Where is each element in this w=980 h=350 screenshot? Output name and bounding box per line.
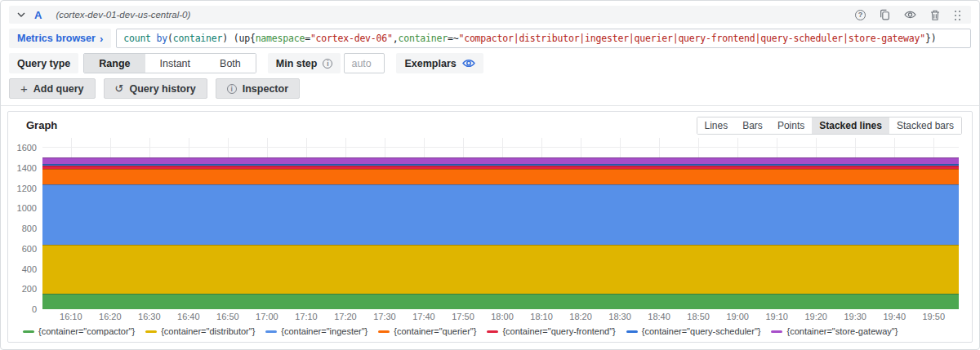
x-tick-label: 16:30: [138, 312, 161, 321]
series-band: [42, 166, 959, 169]
x-tick-label: 17:10: [295, 312, 318, 321]
legend-item[interactable]: {container="querier"}: [378, 326, 476, 336]
legend-label: {container="query-scheduler"}: [642, 326, 761, 336]
chevron-right-icon: ›: [100, 33, 103, 44]
x-tick-label: 19:50: [922, 312, 945, 321]
query-token: ) (: [222, 33, 238, 44]
legend-dash-icon: [626, 330, 638, 333]
legend-item[interactable]: {container="store-gateway"}: [771, 326, 898, 336]
chevron-down-icon[interactable]: [17, 12, 25, 17]
query-actions: ?: [855, 9, 963, 20]
duplicate-icon[interactable]: [880, 9, 890, 20]
query-type-option-both[interactable]: Both: [205, 54, 256, 73]
mode-points[interactable]: Points: [770, 117, 812, 134]
series-band: [42, 294, 959, 309]
min-step-label: Min step i: [268, 53, 341, 73]
min-step-input[interactable]: [344, 53, 385, 73]
y-tick-label: 1600: [17, 143, 37, 153]
info-icon[interactable]: i: [323, 59, 332, 69]
x-tick-label: 19:30: [844, 312, 866, 321]
legend-dash-icon: [23, 330, 34, 333]
query-token: (: [167, 33, 173, 44]
legend-label: {container="query-frontend"}: [502, 326, 615, 336]
mode-bars[interactable]: Bars: [735, 117, 770, 134]
query-input[interactable]: count by(container) (up{namespace="corte…: [116, 29, 971, 48]
query-header[interactable]: A (cortex-dev-01-dev-us-central-0) ?: [9, 6, 971, 24]
exemplars-label: Exemplars: [396, 53, 483, 73]
query-token: {: [250, 33, 256, 44]
add-query-button[interactable]: +Add query: [9, 78, 96, 99]
mode-stacked-lines[interactable]: Stacked lines: [812, 117, 889, 134]
query-token: namespace: [256, 33, 305, 44]
x-tick-label: 17:30: [373, 312, 396, 321]
legend-label: {container="store-gateway"}: [786, 326, 898, 336]
series-band: [42, 164, 959, 165]
y-tick-label: 600: [22, 244, 37, 254]
query-type-segment: RangeInstantBoth: [83, 53, 256, 73]
query-type-option-range[interactable]: Range: [84, 54, 145, 73]
query-token: count: [123, 33, 156, 44]
query-ref-id[interactable]: A: [34, 9, 42, 21]
x-tick-label: 19:20: [804, 312, 827, 321]
query-token: =: [305, 33, 310, 44]
legend-dash-icon: [145, 330, 157, 333]
legend-dash-icon: [265, 330, 277, 333]
metrics-browser-label: Metrics browser: [17, 33, 96, 44]
mode-lines[interactable]: Lines: [697, 117, 736, 134]
graph-mode-toggle: LinesBarsPointsStacked linesStacked bars: [697, 117, 963, 135]
graph-header: Graph LinesBarsPointsStacked linesStacke…: [18, 117, 962, 135]
y-axis: 02004006008001000120014001600: [18, 138, 39, 309]
x-tick-label: 16:10: [60, 312, 82, 321]
query-type-label: Query type: [9, 53, 78, 73]
mode-stacked-bars[interactable]: Stacked bars: [889, 117, 961, 134]
drag-handle-icon[interactable]: [954, 10, 961, 20]
x-tick-label: 17:50: [452, 312, 474, 321]
legend-item[interactable]: {container="query-scheduler"}: [626, 326, 761, 336]
inspector-button[interactable]: iInspector: [216, 78, 300, 99]
y-tick-label: 800: [22, 224, 37, 233]
query-token: "compactor|distributor|ingester|querier|…: [458, 33, 925, 44]
plus-icon: +: [20, 82, 28, 95]
help-icon[interactable]: ?: [855, 10, 866, 20]
editor-buttons-row: +Add query↺Query historyiInspector: [9, 78, 971, 99]
legend-item[interactable]: {container="compactor"}: [23, 326, 135, 336]
query-token: container: [398, 33, 448, 44]
graph-panel: Graph LinesBarsPointsStacked linesStacke…: [7, 111, 973, 343]
x-tick-label: 18:30: [608, 312, 631, 321]
x-tick-label: 17:40: [412, 312, 435, 321]
eye-icon[interactable]: [904, 10, 916, 20]
x-tick-label: 19:00: [726, 312, 749, 321]
y-tick-label: 1000: [17, 203, 37, 213]
x-tick-label: 18:40: [648, 312, 670, 321]
series-band: [42, 245, 959, 295]
x-tick-label: 18:10: [530, 312, 553, 321]
query-row: Metrics browser › count by(container) (u…: [9, 29, 971, 48]
h-gridline: [42, 147, 959, 148]
x-tick-label: 19:10: [765, 312, 788, 321]
legend-item[interactable]: {container="query-frontend"}: [487, 326, 615, 336]
x-tick-label: 17:20: [334, 312, 357, 321]
series-band: [42, 184, 959, 245]
legend-dash-icon: [487, 330, 498, 333]
query-token: container: [173, 33, 223, 44]
plot-area[interactable]: [42, 138, 959, 309]
exemplars-label-text: Exemplars: [404, 58, 456, 69]
min-step-label-text: Min step: [276, 58, 318, 69]
legend-item[interactable]: {container="ingester"}: [265, 326, 368, 336]
history-icon: ↺: [115, 83, 124, 94]
query-type-option-instant[interactable]: Instant: [145, 54, 206, 73]
y-tick-label: 1200: [17, 184, 37, 193]
query-history-button[interactable]: ↺Query history: [104, 78, 207, 99]
query-token: up: [238, 33, 249, 44]
trash-icon[interactable]: [930, 10, 940, 20]
legend-item[interactable]: {container="distributor"}: [145, 326, 255, 336]
chart: 02004006008001000120014001600 16:1016:20…: [18, 138, 962, 340]
legend: {container="compactor"}{container="distr…: [23, 326, 959, 336]
x-tick-label: 17:00: [256, 312, 278, 321]
exemplars-eye-icon[interactable]: [462, 58, 475, 69]
explore-panel: A (cortex-dev-01-dev-us-central-0) ?: [0, 0, 980, 350]
button-label: Add query: [33, 83, 84, 95]
legend-label: {container="querier"}: [394, 326, 476, 336]
y-tick-label: 0: [32, 304, 37, 314]
metrics-browser-button[interactable]: Metrics browser ›: [9, 29, 111, 48]
